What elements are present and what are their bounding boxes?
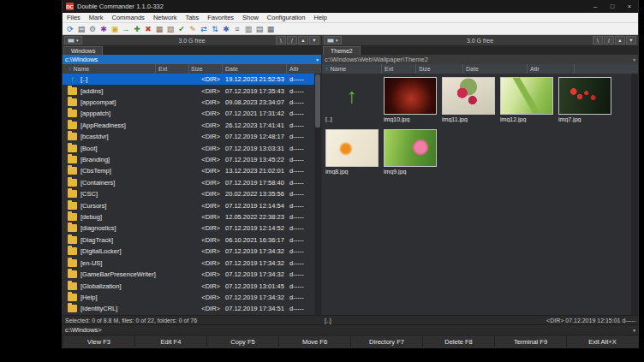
multi-rename-icon[interactable]: ✱ <box>221 24 231 34</box>
column-header-name[interactable]: ↑Name <box>322 64 382 74</box>
history-button[interactable]: ▾ <box>626 36 636 45</box>
path-history-button[interactable]: ▾ <box>316 57 319 62</box>
menu-mark[interactable]: Mark <box>85 14 108 21</box>
up-button[interactable]: ▴ <box>615 36 625 45</box>
brief-view-icon[interactable]: ▥ <box>243 24 253 34</box>
tab-windows[interactable]: Windows <box>63 46 103 55</box>
menu-show[interactable]: Show <box>238 14 263 21</box>
file-row[interactable]: [IdentityCRL] <DIR> 07.12.2019 17:34:51 … <box>63 303 314 314</box>
file-row[interactable]: [debug] <DIR> 12.05.2022 22:38:23 d----- <box>63 211 314 223</box>
file-row[interactable]: [Cursors] <DIR> 07.12.2019 12:14:54 d---… <box>63 199 314 211</box>
column-header-name[interactable]: ↑Name <box>63 64 156 74</box>
parent-button[interactable]: / <box>287 36 297 45</box>
menu-favorites[interactable]: Favorites <box>203 14 238 21</box>
view-f3-button[interactable]: View F3 <box>63 335 134 347</box>
find-files-icon[interactable]: ✱ <box>98 24 109 34</box>
copy-icon[interactable]: ▣ <box>110 24 120 34</box>
edit-f4-button[interactable]: Edit F4 <box>134 335 206 347</box>
menu-tabs[interactable]: Tabs <box>181 14 203 21</box>
pack-icon[interactable]: ▦ <box>154 24 164 34</box>
directory-f7-button[interactable]: Directory F7 <box>350 335 422 347</box>
thumbnails-view-icon[interactable]: ▦ <box>265 24 276 34</box>
file-row[interactable]: [en-US] <DIR> 07.12.2019 17:34:32 d----- <box>63 258 314 269</box>
command-history-button[interactable]: ▾ <box>633 328 635 333</box>
compare-icon[interactable]: ⇄ <box>199 24 209 34</box>
copy-f5-button[interactable]: Copy F5 <box>206 335 278 347</box>
full-view-icon[interactable]: ▤ <box>254 24 265 34</box>
thumbnail-item[interactable]: img8.jpg <box>325 129 380 175</box>
options-icon[interactable]: ⚙ <box>87 24 98 34</box>
root-button[interactable]: \ <box>593 36 603 45</box>
column-header-ext[interactable]: Ext <box>382 64 416 74</box>
run-terminal-icon[interactable]: ▤ <box>76 24 86 34</box>
move-f6-button[interactable]: Move F6 <box>278 335 350 347</box>
left-path-bar[interactable]: c:\Windows ▾ <box>63 55 321 64</box>
sync-dirs-icon[interactable]: ⇅ <box>210 24 220 34</box>
thumbnail-item[interactable]: img11.jpg <box>442 77 497 122</box>
delete-icon[interactable]: ✖ <box>143 24 153 34</box>
terminal-f9-button[interactable]: Terminal F9 <box>494 335 566 347</box>
move-icon[interactable]: → <box>121 24 131 34</box>
file-row[interactable]: [bcastdvr] <DIR> 07.12.2019 12:48:17 d--… <box>63 131 314 142</box>
column-header-ext[interactable]: Ext <box>156 64 189 74</box>
close-button[interactable]: × <box>621 0 638 13</box>
file-row[interactable]: [Globalization] <DIR> 07.12.2019 13:01:4… <box>63 280 314 291</box>
command-line[interactable]: c:\Windows> ▾ <box>63 324 638 335</box>
root-button[interactable]: \ <box>276 36 286 45</box>
drive-selector[interactable]: ▾ <box>64 36 82 45</box>
new-folder-icon[interactable]: ✚ <box>132 24 142 34</box>
file-row[interactable]: [DigitalLocker] <DIR> 07.12.2019 17:34:3… <box>63 246 314 257</box>
file-row[interactable]: [AppReadiness] <DIR> 26.12.2023 17:41:41… <box>63 120 314 131</box>
menu-help[interactable]: Help <box>309 14 331 21</box>
extract-icon[interactable]: ▧ <box>165 24 176 34</box>
file-row[interactable]: [Containers] <DIR> 07.12.2019 17:58:40 d… <box>63 177 314 188</box>
minimize-button[interactable]: – <box>587 0 604 13</box>
left-scrollbar[interactable] <box>314 74 321 315</box>
delete-f8-button[interactable]: Delete F8 <box>422 335 494 347</box>
column-header-attr[interactable]: Attr <box>528 64 575 74</box>
scrollbar-thumb[interactable] <box>315 74 320 128</box>
file-row[interactable]: [diagnostics] <DIR> 07.12.2019 12:14:52 … <box>63 223 314 234</box>
right-scrollbar[interactable] <box>631 74 638 315</box>
column-header-date[interactable]: Date <box>223 64 287 74</box>
menu-files[interactable]: Files <box>63 14 85 21</box>
refresh-icon[interactable]: ⟳ <box>65 24 75 34</box>
file-row[interactable]: [CbsTemp] <DIR> 13.12.2023 21:02:01 d---… <box>63 165 314 176</box>
file-row[interactable]: [DiagTrack] <DIR> 06.10.2021 16:36:17 d-… <box>63 234 314 246</box>
drive-selector[interactable]: ▾ <box>324 36 342 45</box>
file-row[interactable]: [appcompat] <DIR> 09.08.2023 23:34:07 d-… <box>63 97 314 108</box>
file-row[interactable]: [Boot] <DIR> 07.12.2019 13:03:31 d----- <box>63 142 314 153</box>
up-button[interactable]: ▴ <box>298 36 308 45</box>
maximize-button[interactable]: □ <box>604 0 621 13</box>
file-row[interactable]: ↑ [..] <DIR> 19.12.2023 21:52:53 d----- <box>63 74 314 85</box>
tab-theme2[interactable]: Theme2 <box>323 46 361 55</box>
thumbnail-item[interactable]: img12.jpg <box>500 77 555 122</box>
thumbnail-item[interactable]: ↑ [..] <box>325 77 380 122</box>
file-row[interactable]: [apppatch] <DIR> 07.12.2021 17:31:42 d--… <box>63 108 314 119</box>
column-header-size[interactable]: Size <box>416 64 463 74</box>
file-row[interactable]: [addins] <DIR> 07.12.2019 17:35:43 d----… <box>63 85 314 96</box>
right-drive-bar: ▾ 3.0 G free \/▴▾ <box>322 35 638 45</box>
tree-view-icon[interactable]: ≡ <box>232 24 242 34</box>
thumbnail-item[interactable]: img10.jpg <box>384 77 438 122</box>
sort-up-icon: ↑ <box>325 66 329 72</box>
menu-commands[interactable]: Commands <box>108 14 149 21</box>
test-archive-icon[interactable]: ✔ <box>176 24 187 34</box>
exit-altx-button[interactable]: Exit Alt+X <box>566 335 638 347</box>
thumbnail-item[interactable]: img9.jpg <box>384 129 438 175</box>
right-path-bar[interactable]: c:\Windows\Web\Wallpaper\Theme2 ▾ <box>322 55 638 64</box>
menu-network[interactable]: Network <box>149 14 182 21</box>
history-button[interactable]: ▾ <box>309 36 319 45</box>
thumbnail-item[interactable]: img7.jpg <box>558 77 613 122</box>
column-header-attr[interactable]: Attr <box>287 64 321 74</box>
parent-button[interactable]: / <box>604 36 614 45</box>
column-header-size[interactable]: Size <box>189 64 223 74</box>
file-row[interactable]: [GameBarPresenceWriter] <DIR> 07.12.2019… <box>63 269 314 280</box>
menu-configuration[interactable]: Configuration <box>263 14 310 21</box>
column-header-date[interactable]: Date <box>463 64 528 74</box>
file-row[interactable]: [Help] <DIR> 07.12.2019 17:34:32 d----- <box>63 292 314 303</box>
properties-icon[interactable]: ✎ <box>188 24 198 34</box>
file-row[interactable]: [Branding] <DIR> 07.12.2019 13:45:22 d--… <box>63 154 314 165</box>
path-history-button[interactable]: ▾ <box>633 57 635 62</box>
file-row[interactable]: [CSC] <DIR> 20.02.2022 13:35:56 d----- <box>63 188 314 199</box>
